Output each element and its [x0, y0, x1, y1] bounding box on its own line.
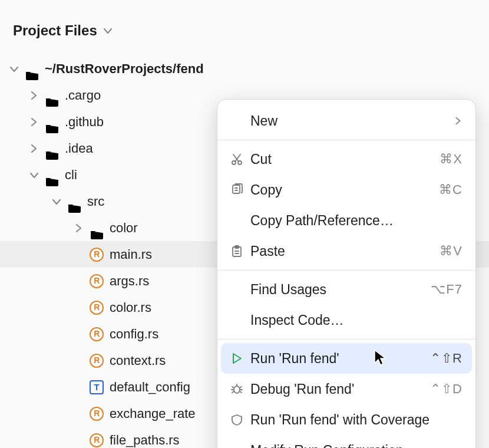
- menu-item-find-usages[interactable]: Find Usages ⌥F7: [217, 274, 475, 305]
- rust-file-icon: R: [90, 327, 104, 341]
- menu-item-modify-run-config[interactable]: Modify Run Configuration…: [217, 435, 475, 448]
- menu-separator: [217, 270, 475, 271]
- type-file-icon: T: [90, 380, 104, 394]
- menu-item-label: New: [250, 113, 277, 129]
- folder-icon: [45, 116, 59, 128]
- menu-shortcut: ⌘C: [439, 182, 462, 197]
- rust-file-icon: R: [90, 354, 104, 368]
- tree-item-label: color.rs: [110, 294, 151, 321]
- rust-file-icon: R: [90, 301, 104, 315]
- menu-item-debug[interactable]: Debug 'Run fend' ⌃⇧D: [217, 374, 475, 404]
- menu-item-label: Copy: [250, 182, 282, 198]
- mouse-cursor-icon: [374, 349, 386, 367]
- menu-item-label: Debug 'Run fend': [250, 381, 354, 397]
- tree-item-label: color: [110, 215, 138, 241]
- run-icon: [228, 352, 246, 365]
- paste-icon: [228, 245, 246, 258]
- debug-icon: [228, 383, 246, 396]
- chevron-down-icon[interactable]: [9, 64, 19, 74]
- menu-shortcut: ⌃⇧R: [430, 351, 462, 366]
- chevron-right-icon[interactable]: [29, 117, 39, 127]
- chevron-right-icon[interactable]: [74, 223, 84, 233]
- menu-item-cut[interactable]: Cut ⌘X: [217, 144, 475, 174]
- tree-item-label: config.rs: [110, 321, 158, 347]
- tree-item-label: exchange_rate: [110, 400, 196, 427]
- menu-item-label: Find Usages: [250, 282, 326, 298]
- project-view-title: Project Files: [13, 22, 97, 39]
- shield-icon: [228, 413, 246, 426]
- source-folder-icon: [67, 196, 81, 207]
- menu-separator: [217, 339, 475, 340]
- context-menu: New Cut ⌘X Copy ⌘C Copy Path/Reference… …: [217, 99, 476, 448]
- chevron-down-icon: [103, 26, 113, 35]
- menu-shortcut: ⌘X: [440, 151, 462, 167]
- menu-item-paste[interactable]: Paste ⌘V: [217, 236, 475, 266]
- tree-item-label: src: [87, 188, 104, 215]
- copy-icon: [228, 183, 246, 196]
- tree-item-label: default_config: [110, 374, 190, 400]
- menu-item-copy[interactable]: Copy ⌘C: [217, 174, 475, 205]
- menu-item-label: Cut: [250, 151, 272, 167]
- tree-item-label: main.rs: [110, 241, 152, 268]
- tree-item-label: cli: [65, 162, 77, 188]
- menu-item-label: Run 'Run fend': [250, 351, 339, 367]
- menu-item-label: Copy Path/Reference…: [250, 213, 394, 229]
- chevron-right-icon[interactable]: [29, 91, 39, 100]
- folder-icon: [90, 222, 104, 234]
- folder-icon: [45, 90, 59, 101]
- tree-item-label: .cargo: [65, 82, 101, 108]
- menu-item-copy-path[interactable]: Copy Path/Reference…: [217, 205, 475, 236]
- menu-item-label: Modify Run Configuration…: [250, 443, 417, 449]
- menu-shortcut: ⌥F7: [431, 282, 462, 297]
- menu-shortcut: ⌘V: [440, 243, 462, 259]
- menu-item-label: Paste: [250, 243, 285, 259]
- folder-icon: [45, 169, 59, 181]
- tree-root-label: ~/RustRoverProjects/fend: [45, 55, 204, 82]
- chevron-right-icon[interactable]: [29, 144, 39, 153]
- tree-item-label: args.rs: [110, 268, 149, 294]
- project-view-header[interactable]: Project Files: [0, 15, 489, 44]
- folder-icon: [45, 143, 59, 154]
- menu-item-label: Inspect Code…: [250, 312, 344, 328]
- menu-item-inspect-code[interactable]: Inspect Code…: [217, 305, 475, 335]
- rust-file-icon: R: [90, 274, 104, 288]
- menu-shortcut: ⌃⇧D: [430, 381, 462, 397]
- tree-item-label: .idea: [65, 135, 93, 162]
- chevron-down-icon[interactable]: [29, 170, 39, 180]
- chevron-right-icon: [454, 113, 462, 129]
- rust-file-icon: R: [90, 407, 104, 421]
- menu-item-new[interactable]: New: [217, 106, 475, 136]
- rust-file-icon: R: [90, 248, 104, 262]
- folder-icon: [25, 63, 39, 75]
- tree-root[interactable]: ~/RustRoverProjects/fend: [0, 55, 489, 82]
- tree-item-label: file_paths.rs: [110, 427, 180, 448]
- menu-item-run[interactable]: Run 'Run fend' ⌃⇧R: [221, 343, 472, 374]
- menu-separator: [217, 140, 475, 140]
- rust-file-icon: R: [90, 433, 104, 447]
- cut-icon: [228, 153, 246, 166]
- tree-item-label: context.rs: [110, 347, 166, 374]
- menu-item-run-coverage[interactable]: Run 'Run fend' with Coverage: [217, 404, 475, 435]
- chevron-down-icon[interactable]: [52, 197, 61, 206]
- tree-item-label: .github: [65, 108, 104, 135]
- menu-item-label: Run 'Run fend' with Coverage: [250, 412, 429, 428]
